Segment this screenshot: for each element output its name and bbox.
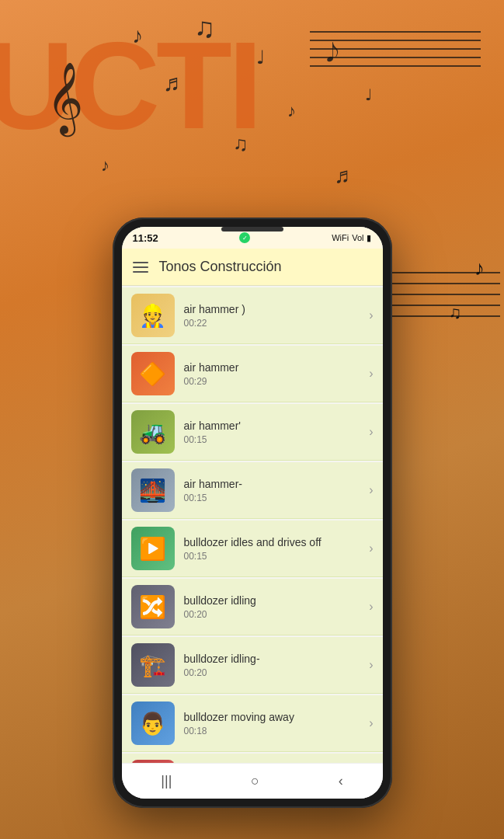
sound-duration-6: 00:20 xyxy=(184,609,363,620)
sound-name-2: air hammer xyxy=(184,360,363,374)
sound-duration-4: 00:15 xyxy=(184,493,363,503)
phone-screen: 11:52 ✓ WiFi Vol ▮ Tonos Construcción xyxy=(122,227,383,799)
app-title: Tonos Construcción xyxy=(159,259,372,275)
sound-thumb-8: 👨 xyxy=(131,701,175,745)
sound-thumb-1: 👷 xyxy=(131,294,175,337)
sound-name-8: bulldozer moving away xyxy=(184,710,363,724)
note-2: ♫ xyxy=(194,12,215,44)
sound-thumb-3: 🚜 xyxy=(131,410,175,454)
sound-info-4: air hammer-00:15 xyxy=(184,477,363,503)
note-3: ♩ xyxy=(256,47,265,68)
note-8: ♩ xyxy=(365,85,372,104)
sound-info-3: air hammer'00:15 xyxy=(184,419,363,445)
note-5: ♪ xyxy=(287,101,296,121)
sound-item[interactable]: 🌉air hammer-00:15› xyxy=(122,462,383,519)
chevron-icon-5: › xyxy=(369,541,373,555)
phone-notch xyxy=(221,227,283,232)
sound-thumb-4: 🌉 xyxy=(131,468,175,512)
sound-info-5: bulldozer idles and drives off00:15 xyxy=(184,535,363,562)
side-staff: ♪ ♫ xyxy=(376,272,500,427)
sound-name-4: air hammer- xyxy=(184,477,363,491)
sound-info-7: bulldozer idling-00:20 xyxy=(184,652,363,678)
sound-duration-8: 00:18 xyxy=(184,726,363,736)
sound-name-3: air hammer' xyxy=(184,419,363,433)
sound-name-7: bulldozer idling- xyxy=(184,652,363,666)
phone-device: 11:52 ✓ WiFi Vol ▮ Tonos Construcción xyxy=(113,218,392,808)
sound-thumb-2: 🔶 xyxy=(131,352,175,395)
signal-icon: Vol xyxy=(352,233,363,242)
sound-name-1: air hammer ) xyxy=(184,302,363,316)
sound-duration-5: 00:15 xyxy=(184,551,363,562)
phone-body: 11:52 ✓ WiFi Vol ▮ Tonos Construcción xyxy=(113,218,392,808)
sound-info-6: bulldozer idling00:20 xyxy=(184,594,363,620)
app-header: Tonos Construcción xyxy=(122,249,383,286)
chevron-icon-7: › xyxy=(369,658,373,672)
sound-name-5: bulldozer idles and drives off xyxy=(184,535,363,549)
sound-item[interactable]: 🔶air hammer00:29› xyxy=(122,346,383,402)
wifi-icon: WiFi xyxy=(332,233,349,242)
sound-list: 👷air hammer )00:22›🔶air hammer00:29›🚜air… xyxy=(122,286,383,763)
home-button[interactable]: ○ xyxy=(235,770,275,792)
sound-duration-3: 00:15 xyxy=(184,434,363,445)
treble-clef-icon: 𝄞 xyxy=(47,62,83,134)
sound-info-2: air hammer00:29 xyxy=(184,360,363,387)
battery-icon: ▮ xyxy=(367,233,371,243)
recent-apps-button[interactable]: ||| xyxy=(145,770,187,792)
chevron-icon-2: › xyxy=(369,367,373,381)
sound-thumb-7: 🏗️ xyxy=(131,643,175,687)
sound-thumb-5: ▶️ xyxy=(131,527,175,570)
status-icons: WiFi Vol ▮ xyxy=(332,233,371,243)
sound-duration-7: 00:20 xyxy=(184,667,363,678)
chevron-icon-6: › xyxy=(369,600,373,614)
back-button[interactable]: ‹ xyxy=(323,770,359,792)
sound-item[interactable]: ▶️bulldozer idles and drives off00:15› xyxy=(122,520,383,577)
sound-thumb-6: 🔀 xyxy=(131,585,175,628)
chevron-icon-1: › xyxy=(369,308,373,322)
sound-info-8: bulldozer moving away00:18 xyxy=(184,710,363,736)
sound-item[interactable]: 👨bulldozer moving away00:18› xyxy=(122,695,383,752)
note-10: ♪ xyxy=(101,155,109,176)
sound-item[interactable]: 🚜air hammer'00:15› xyxy=(122,404,383,461)
whatsapp-icon: ✓ xyxy=(239,232,250,243)
sound-info-1: air hammer )00:22 xyxy=(184,302,363,329)
hamburger-menu-button[interactable] xyxy=(133,262,148,273)
note-6: ♫ xyxy=(233,132,249,156)
status-time: 11:52 xyxy=(133,232,158,244)
note-4: ♬ xyxy=(163,70,181,96)
note-9: ♬ xyxy=(334,163,350,188)
sound-duration-1: 00:22 xyxy=(184,318,363,329)
sound-item[interactable]: 🚒bulldozer moving dirt with squeaky trac… xyxy=(122,754,383,763)
sound-item[interactable]: 🔀bulldozer idling00:20› xyxy=(122,579,383,635)
note-1: ♪ xyxy=(132,23,143,48)
chevron-icon-4: › xyxy=(369,483,373,497)
chevron-icon-8: › xyxy=(369,716,373,730)
sound-item[interactable]: 🏗️bulldozer idling-00:20› xyxy=(122,637,383,694)
sound-duration-2: 00:29 xyxy=(184,376,363,387)
chevron-icon-3: › xyxy=(369,425,373,439)
sound-item[interactable]: 👷air hammer )00:22› xyxy=(122,287,383,344)
staff-lines xyxy=(310,31,481,67)
bottom-nav: ||| ○ ‹ xyxy=(122,763,383,799)
sound-name-6: bulldozer idling xyxy=(184,594,363,607)
